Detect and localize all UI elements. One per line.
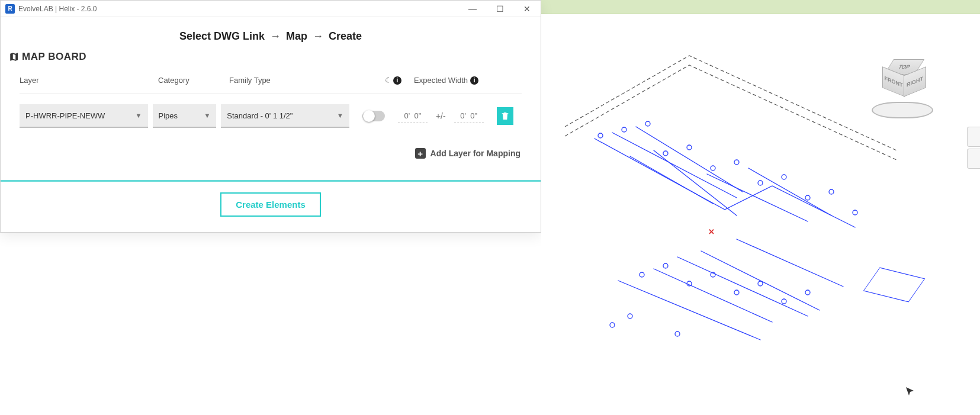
svg-point-10: [829, 189, 834, 194]
app-icon: R: [5, 4, 15, 14]
info-icon[interactable]: i: [470, 76, 478, 85]
svg-point-18: [782, 299, 786, 304]
layer-value: P-HWRR-PIPE-NEWW: [25, 111, 105, 120]
width-input-a[interactable]: [398, 109, 428, 123]
minimize-button[interactable]: —: [459, 1, 486, 17]
arrow-icon: →: [313, 30, 323, 42]
svg-point-1: [622, 127, 626, 132]
right-dock: [967, 127, 980, 170]
window-title: EvolveLAB | Helix - 2.6.0: [18, 5, 459, 13]
arrow-icon: →: [270, 30, 281, 42]
svg-point-4: [687, 145, 692, 150]
familytype-value: Standard - 0' 1 1/2": [227, 111, 293, 120]
step-create: Create: [329, 30, 362, 42]
svg-point-21: [610, 323, 615, 327]
viewcube-cube[interactable]: TOP FRONT RIGHT: [884, 59, 921, 96]
close-button[interactable]: ✕: [513, 1, 541, 17]
column-headers: Layer Category Family Type ☾ i Expected …: [20, 71, 522, 94]
inherit-toggle[interactable]: [362, 111, 385, 121]
svg-point-11: [853, 210, 857, 215]
origin-marker: ✕: [708, 227, 715, 236]
mapping-row: P-HWRR-PIPE-NEWW ▼ Pipes ▼ Standard - 0'…: [20, 94, 522, 134]
footer: Create Elements: [1, 182, 541, 232]
map-board: Layer Category Family Type ☾ i Expected …: [1, 71, 541, 137]
step-map: Map: [286, 30, 307, 42]
svg-point-3: [663, 151, 668, 156]
dock-tab[interactable]: [967, 149, 980, 169]
revit-viewport[interactable]: ✕ TOP FRONT RIGHT: [541, 14, 980, 415]
col-layer: Layer: [20, 76, 158, 85]
svg-point-0: [598, 133, 603, 138]
trash-icon: [500, 111, 510, 121]
plus-minus-icon: +/-: [436, 111, 446, 121]
pipe-network: [559, 103, 902, 352]
svg-point-20: [628, 314, 632, 319]
delete-row-button[interactable]: [497, 107, 514, 125]
layer-select[interactable]: P-HWRR-PIPE-NEWW ▼: [20, 104, 148, 128]
col-expectedwidth: Expected Width i: [414, 76, 520, 85]
chevron-down-icon: ▼: [337, 112, 343, 119]
create-elements-button[interactable]: Create Elements: [220, 192, 321, 217]
section-title: MAP BOARD: [1, 47, 541, 71]
svg-point-16: [734, 290, 739, 295]
info-icon[interactable]: i: [393, 76, 401, 85]
helix-window: R EvolveLAB | Helix - 2.6.0 — ☐ ✕ Select…: [0, 0, 541, 233]
col-moon: ☾ i: [372, 76, 414, 85]
svg-point-2: [645, 121, 650, 126]
add-layer-button[interactable]: + Add Layer for Mapping: [1, 137, 541, 165]
section-title-text: MAP BOARD: [22, 51, 86, 63]
familytype-select[interactable]: Standard - 0' 1 1/2" ▼: [221, 104, 349, 128]
maximize-button[interactable]: ☐: [486, 1, 513, 17]
svg-point-19: [805, 290, 810, 295]
svg-point-7: [758, 181, 763, 185]
svg-point-17: [758, 281, 763, 286]
col-category: Category: [158, 76, 229, 85]
svg-point-6: [734, 160, 739, 165]
svg-point-8: [782, 175, 786, 179]
svg-point-12: [640, 272, 644, 277]
width-input-b[interactable]: [454, 109, 484, 123]
col-expectedwidth-label: Expected Width: [414, 76, 468, 85]
dock-tab[interactable]: [967, 127, 980, 147]
viewcube-ring[interactable]: [872, 102, 933, 118]
category-select[interactable]: Pipes ▼: [153, 104, 217, 128]
map-icon: [9, 52, 20, 62]
svg-point-22: [675, 332, 680, 336]
workflow-header: Select DWG Link → Map → Create: [1, 17, 541, 47]
window-controls: — ☐ ✕: [459, 1, 541, 17]
titlebar: R EvolveLAB | Helix - 2.6.0 — ☐ ✕: [1, 1, 541, 17]
svg-point-13: [663, 263, 668, 268]
chevron-down-icon: ▼: [204, 112, 210, 119]
svg-point-9: [805, 195, 810, 200]
category-value: Pipes: [159, 111, 178, 120]
svg-point-5: [711, 166, 715, 170]
chevron-down-icon: ▼: [136, 112, 142, 119]
svg-point-14: [687, 281, 692, 286]
col-familytype: Family Type: [229, 76, 372, 85]
add-layer-label: Add Layer for Mapping: [430, 149, 520, 158]
viewcube[interactable]: TOP FRONT RIGHT: [870, 56, 935, 121]
step-select: Select DWG Link: [179, 30, 265, 42]
plus-icon: +: [415, 148, 426, 159]
cursor-icon: [905, 387, 915, 396]
moon-icon: ☾: [385, 76, 392, 85]
